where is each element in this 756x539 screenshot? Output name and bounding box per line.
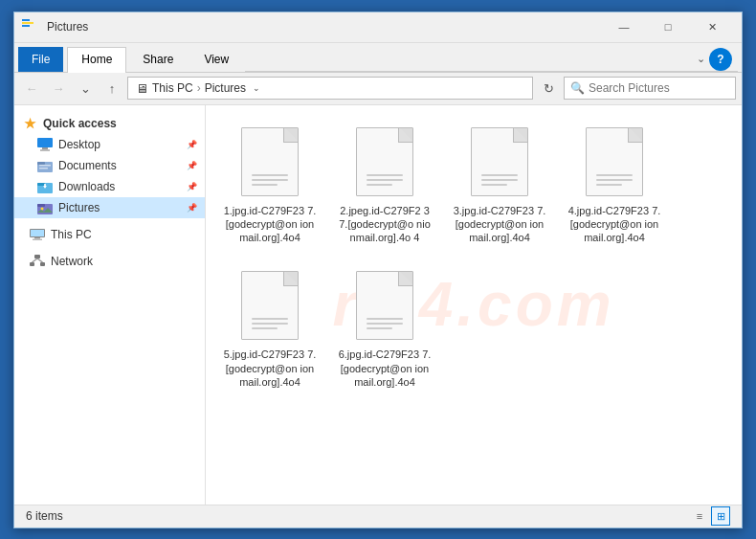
file-item[interactable]: 3.jpg.id-C279F23 7.[godecrypt@on ionmail… [447,117,552,252]
svg-rect-4 [42,147,48,149]
help-icon[interactable]: ? [709,48,732,71]
svg-rect-3 [37,138,53,147]
svg-rect-9 [39,168,48,169]
file-item[interactable]: 1.jpg.id-C279F23 7.[godecrypt@on ionmail… [217,117,322,252]
pin-icon-desktop: 📌 [187,140,197,149]
search-box[interactable]: 🔍 [564,77,736,100]
addressbar: ← → ⌄ ↑ 🖥 This PC › Pictures ⌄ ↻ 🔍 [14,73,742,105]
file-item[interactable]: 2.jpeg.id-C279F2 37.[godecrypt@o nionmai… [332,117,437,252]
sidebar-item-quickaccess[interactable]: ★ Quick access [14,113,205,134]
titlebar: Pictures — □ ✕ [14,12,742,43]
titlebar-controls: — □ ✕ [602,11,734,42]
downloads-icon [37,179,53,194]
file-item[interactable]: 5.jpg.id-C279F23 7.[godecrypt@on ionmail… [217,260,322,395]
doc-page-icon [241,271,299,340]
maximize-button[interactable]: □ [646,11,690,42]
sidebar-item-thispc[interactable]: This PC [14,224,205,245]
file-icon-wrapper [465,124,534,200]
address-thispc: This PC [152,81,193,95]
ribbon: File Home Share View ⌄ ? [14,43,742,73]
back-button[interactable]: ← [20,77,43,100]
files-grid: 1.jpg.id-C279F23 7.[godecrypt@on ionmail… [217,117,730,396]
network-icon [30,254,45,269]
sidebar: ★ Quick access Desktop 📌 Documents 📌 [14,105,206,505]
svg-rect-7 [37,162,45,165]
svg-rect-21 [30,262,34,266]
explorer-window: Pictures — □ ✕ File Home Share View ⌄ ? … [13,11,743,528]
doc-page-icon [586,127,643,196]
file-area: ris4.com 1.jpg.id-C279F23 7.[godecrypt@o… [206,105,742,505]
sidebar-network-label: Network [51,255,93,268]
svg-rect-0 [22,19,30,21]
doc-page-icon [356,127,413,196]
minimize-button[interactable]: — [602,11,646,42]
desktop-icon [37,137,53,152]
forward-button[interactable]: → [47,77,70,100]
pin-icon-pics: 📌 [187,203,197,213]
sidebar-item-downloads[interactable]: Downloads 📌 [14,176,205,197]
svg-line-24 [37,258,43,262]
tab-home[interactable]: Home [67,47,126,72]
file-name: 6.jpg.id-C279F23 7.[godecrypt@on ionmail… [337,348,433,389]
thispc-icon [30,227,45,242]
search-icon: 🔍 [570,81,585,95]
svg-rect-2 [22,25,30,27]
titlebar-icon [22,19,41,34]
list-view-button[interactable]: ≡ [690,506,709,526]
sidebar-item-desktop[interactable]: Desktop 📌 [14,134,205,155]
tab-file[interactable]: File [18,47,63,72]
pin-icon-dl: 📌 [187,182,197,191]
file-name: 3.jpg.id-C279F23 7.[godecrypt@on ionmail… [452,204,547,245]
quickaccess-icon: ★ [22,116,37,131]
svg-rect-17 [31,230,44,236]
address-computer-icon: 🖥 [136,81,148,96]
up-button[interactable]: ↑ [100,77,123,100]
main-content: ★ Quick access Desktop 📌 Documents 📌 [14,105,742,505]
doc-page-icon [356,271,413,340]
file-icon-wrapper [350,124,419,200]
svg-rect-19 [33,238,42,240]
svg-line-23 [33,258,38,262]
address-bar[interactable]: 🖥 This PC › Pictures ⌄ [127,77,533,100]
close-button[interactable]: ✕ [690,11,734,42]
documents-icon [37,158,53,173]
svg-rect-12 [44,184,46,188]
doc-page-icon [471,127,528,196]
file-item[interactable]: 6.jpg.id-C279F23 7.[godecrypt@on ionmail… [332,260,437,395]
file-name: 5.jpg.id-C279F23 7.[godecrypt@on ionmail… [222,348,318,389]
sidebar-thispc-label: This PC [51,228,92,241]
svg-rect-11 [37,183,45,186]
tiles-view-button[interactable]: ⊞ [711,506,730,526]
svg-rect-20 [34,255,40,258]
path-sep-1: › [197,81,201,95]
statusbar: 6 items ≡ ⊞ [14,505,742,528]
file-name: 2.jpeg.id-C279F2 37.[godecrypt@o nionmai… [337,204,433,245]
ribbon-tabs: File Home Share View ⌄ ? [14,43,742,72]
file-icon-wrapper [350,267,419,344]
sidebar-item-documents[interactable]: Documents 📌 [14,155,205,176]
file-name: 1.jpg.id-C279F23 7.[godecrypt@on ionmail… [222,204,318,245]
sidebar-pictures-label: Pictures [58,201,100,214]
svg-rect-22 [40,262,45,266]
svg-rect-14 [37,204,45,207]
sidebar-quickaccess-label: Quick access [43,117,117,130]
pin-icon-docs: 📌 [187,161,197,170]
file-item[interactable]: 4.jpg.id-C279F23 7.[godecrypt@on ionmail… [562,117,667,252]
status-item-count: 6 items [26,509,63,523]
tab-view[interactable]: View [189,47,243,72]
svg-rect-8 [39,165,51,167]
recent-locations-button[interactable]: ⌄ [74,77,97,100]
address-dropdown[interactable]: ⌄ [250,77,263,100]
sidebar-downloads-label: Downloads [58,180,115,193]
search-input[interactable] [589,81,729,95]
file-icon-wrapper [235,267,304,344]
svg-rect-18 [34,237,40,239]
refresh-button[interactable]: ↻ [537,77,560,100]
sidebar-item-pictures[interactable]: Pictures 📌 [14,197,205,218]
sidebar-desktop-label: Desktop [58,138,100,151]
svg-rect-5 [40,149,50,151]
tab-share[interactable]: Share [128,47,188,72]
file-icon-wrapper [580,124,649,200]
view-buttons: ≡ ⊞ [690,506,730,526]
sidebar-item-network[interactable]: Network [14,251,205,272]
